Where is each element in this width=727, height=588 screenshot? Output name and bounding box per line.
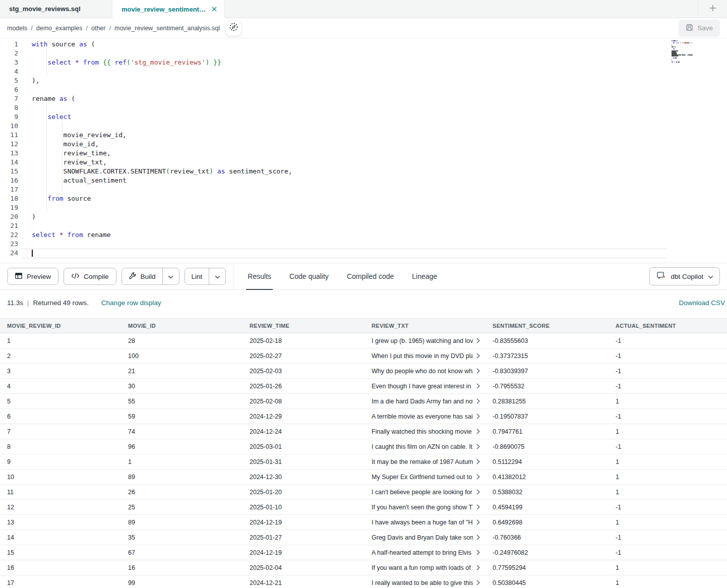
line-number: 15 xyxy=(0,167,22,176)
code-line[interactable]: from source xyxy=(32,194,292,203)
cell: 99 xyxy=(121,575,243,588)
code-line[interactable] xyxy=(32,185,292,194)
cell: 2025-01-20 xyxy=(243,485,365,500)
build-button[interactable]: Build xyxy=(122,268,162,284)
code-editor[interactable]: 123456789101112131415161718192021222324 … xyxy=(0,38,727,263)
tab-compiled-code[interactable]: Compiled code xyxy=(347,263,394,290)
table-row: 13892024-12-19I have always been a huge … xyxy=(0,515,727,530)
cell: 28 xyxy=(121,333,243,348)
code-line[interactable] xyxy=(32,49,292,58)
cell: 2025-02-18 xyxy=(243,333,365,348)
chevron-right-icon[interactable] xyxy=(476,504,480,510)
code-line[interactable]: actual_sentiment xyxy=(32,176,292,185)
chevron-right-icon[interactable] xyxy=(476,489,480,495)
chevron-right-icon[interactable] xyxy=(476,383,480,389)
lint-button[interactable]: Lint xyxy=(185,268,209,284)
code-line[interactable]: ), xyxy=(32,76,292,85)
chevron-right-icon[interactable] xyxy=(476,353,480,359)
preview-button[interactable]: Preview xyxy=(7,268,58,285)
chevron-right-icon[interactable] xyxy=(476,565,480,570)
cell-review-txt: If you want a fun romp with loads of s… xyxy=(365,560,486,575)
editor-code[interactable]: with source as ( select * from {{ ref('s… xyxy=(22,40,292,258)
code-line[interactable]: movie_id, xyxy=(32,140,292,149)
line-number: 20 xyxy=(0,212,22,221)
cell: 1 xyxy=(609,469,727,485)
cell: 6 xyxy=(0,409,121,424)
code-line[interactable]: select xyxy=(32,112,292,122)
cell: 1 xyxy=(121,454,243,469)
code-line[interactable]: select * from rename xyxy=(32,230,292,240)
cell: -1 xyxy=(609,333,727,348)
lint-dropdown-button[interactable] xyxy=(209,268,225,284)
build-button-label: Build xyxy=(141,273,156,280)
cell: 15 xyxy=(0,545,121,560)
change-row-display-link[interactable]: Change row display xyxy=(101,299,161,307)
plus-icon xyxy=(709,4,717,14)
save-button[interactable]: Save xyxy=(679,20,720,37)
close-icon[interactable] xyxy=(211,6,217,12)
chevron-right-icon[interactable] xyxy=(476,429,480,434)
code-line[interactable]: select * from {{ ref('stg_movie_reviews'… xyxy=(32,58,292,67)
chevron-right-icon[interactable] xyxy=(476,474,480,480)
file-tab-movie-review-sentiment[interactable]: movie_review_sentiment_... xyxy=(112,0,225,18)
code-line[interactable]: SNOWFLAKE.CORTEX.SENTIMENT(review_txt) a… xyxy=(32,167,292,176)
review-text: I can't believe people are looking for a… xyxy=(372,489,473,496)
chevron-right-icon[interactable] xyxy=(476,414,480,419)
review-text: A half-hearted attempt to bring Elvis P… xyxy=(372,549,473,556)
table-row: 4302025-01-26Even though I have great in… xyxy=(0,379,727,394)
code-line[interactable]: review_time, xyxy=(32,149,292,158)
tab-code-quality[interactable]: Code quality xyxy=(289,263,329,290)
new-tab-button[interactable] xyxy=(698,0,727,18)
download-csv-link[interactable]: Download CSV xyxy=(679,299,725,307)
code-line[interactable] xyxy=(32,103,292,112)
cell: 4 xyxy=(0,379,121,394)
column-header-actual_sentiment: ACTUAL_SENTIMENT xyxy=(609,319,727,333)
chevron-right-icon[interactable] xyxy=(476,550,480,555)
code-line[interactable]: movie_review_id, xyxy=(32,131,292,140)
cell: 89 xyxy=(121,515,243,530)
breadcrumb-row: models/demo_examples/other/movie_review_… xyxy=(0,18,727,38)
code-line[interactable] xyxy=(32,67,292,76)
editor-minimap[interactable] xyxy=(672,40,707,65)
code-line[interactable]: review_txt, xyxy=(32,158,292,167)
code-line[interactable] xyxy=(32,203,292,212)
cell: 2024-12-21 xyxy=(243,575,365,588)
code-line[interactable] xyxy=(32,122,292,131)
line-number: 12 xyxy=(0,140,22,149)
code-line[interactable]: ) xyxy=(32,212,292,221)
chevron-right-icon[interactable] xyxy=(476,519,480,525)
cell-review-txt: Greg Davis and Bryan Daly take some … xyxy=(365,530,486,545)
tab-results[interactable]: Results xyxy=(248,263,271,290)
cell-review-txt: I really wanted to be able to give this … xyxy=(365,575,486,588)
compile-button[interactable]: Compile xyxy=(64,268,116,285)
chevron-right-icon[interactable] xyxy=(476,444,480,449)
copilot-chip-button[interactable] xyxy=(226,21,241,36)
chevron-right-icon[interactable] xyxy=(476,368,480,374)
chevron-right-icon[interactable] xyxy=(476,535,480,540)
cell: -1 xyxy=(609,439,727,454)
dbt-copilot-button[interactable]: dbt Copilot xyxy=(649,267,720,285)
chevron-right-icon[interactable] xyxy=(476,398,480,404)
indent-guide xyxy=(46,49,47,76)
line-number: 18 xyxy=(0,194,22,203)
cell: 2024-12-19 xyxy=(243,545,365,560)
code-line[interactable] xyxy=(32,240,292,249)
cell: 55 xyxy=(121,394,243,409)
cell-review-txt: I caught this film on AZN on cable. It s… xyxy=(365,439,486,454)
code-icon xyxy=(71,272,80,281)
code-line[interactable] xyxy=(32,221,292,230)
chevron-right-icon[interactable] xyxy=(476,580,480,585)
tab-lineage[interactable]: Lineage xyxy=(412,263,437,290)
chevron-right-icon[interactable] xyxy=(476,459,480,464)
breadcrumb-segment: models xyxy=(7,25,27,32)
chat-sparkle-icon xyxy=(656,271,666,281)
code-line[interactable] xyxy=(32,85,292,94)
chevron-right-icon[interactable] xyxy=(476,338,480,343)
cell: -0.7955532 xyxy=(486,379,609,394)
line-number: 16 xyxy=(0,176,22,185)
file-tab-stg-movie-reviews[interactable]: stg_movie_reviews.sql xyxy=(0,0,112,18)
line-number: 6 xyxy=(0,85,22,94)
code-line[interactable]: with source as ( xyxy=(32,40,292,49)
code-line[interactable]: rename as ( xyxy=(32,94,292,103)
build-dropdown-button[interactable] xyxy=(162,268,179,284)
